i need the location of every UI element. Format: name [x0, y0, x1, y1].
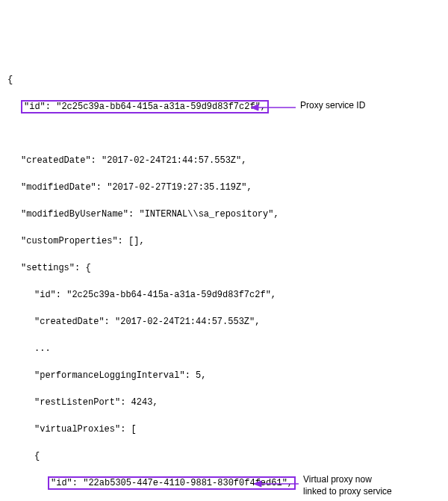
virtual-proxy-callout: Virtual proxy nowlinked to proxy service: [303, 474, 423, 497]
arrow-icon: [251, 103, 296, 112]
code-line: {: [7, 449, 441, 463]
code-line: "performanceLoggingInterval": 5,: [7, 369, 441, 382]
code-line: "modifiedDate": "2017-02-27T19:27:35.119…: [7, 181, 441, 194]
code-line: {: [7, 73, 441, 87]
code-line: "id": "2c25c39a-bb64-415a-a31a-59d9d83f7…: [7, 100, 441, 140]
proxy-service-id-highlight: "id": "2c25c39a-bb64-415a-a31a-59d9d83f7…: [21, 100, 269, 113]
code-line: "customProperties": [],: [7, 234, 441, 248]
svg-marker-3: [254, 481, 261, 487]
arrow-icon: [254, 479, 299, 488]
callout-text: linked to proxy service: [303, 486, 392, 497]
code-line: "id": "2c25c39a-bb64-415a-a31a-59d9d83f7…: [7, 288, 441, 302]
callout-text: Virtual proxy now: [303, 474, 372, 485]
svg-marker-1: [251, 105, 258, 111]
code-line: "virtualProxies": [: [7, 423, 441, 436]
code-line: "modifiedByUserName": "INTERNAL\\sa_repo…: [7, 208, 441, 221]
code-line: "settings": {: [7, 261, 441, 275]
code-line: "restListenPort": 4243,: [7, 396, 441, 409]
code-line: ...: [7, 342, 441, 355]
proxy-service-id-callout: Proxy service ID: [300, 100, 365, 112]
code-line: "createdDate": "2017-02-24T21:44:57.553Z…: [7, 315, 441, 329]
json-code-block: { "id": "2c25c39a-bb64-415a-a31a-59d9d83…: [7, 60, 441, 501]
code-line: "id": "22ab5305-447e-4110-9881-830f0f4fe…: [7, 476, 441, 501]
code-line: "createdDate": "2017-02-24T21:44:57.553Z…: [7, 154, 441, 167]
